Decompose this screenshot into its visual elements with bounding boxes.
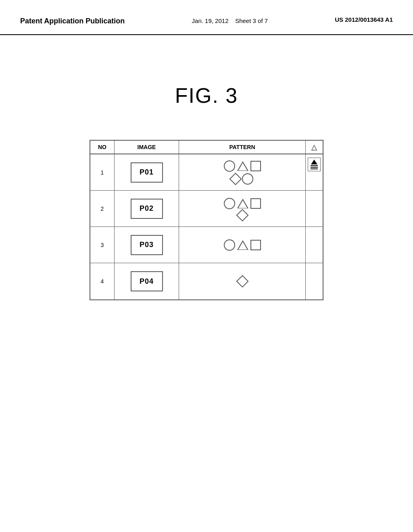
row-4-image: P04 bbox=[115, 263, 179, 299]
diamond-icon bbox=[236, 209, 248, 221]
row-2-image: P02 bbox=[115, 191, 179, 227]
figure-title: FIG. 3 bbox=[0, 83, 413, 108]
row-3-image: P03 bbox=[115, 227, 179, 263]
row-3-no: 3 bbox=[90, 227, 115, 263]
figure-title-text: FIG. 3 bbox=[175, 84, 238, 107]
scroll-up-icon bbox=[311, 160, 317, 164]
pattern-grid-4 bbox=[238, 277, 247, 286]
diamond-icon bbox=[236, 275, 248, 288]
table-header-row: NO IMAGE PATTERN △ bbox=[90, 141, 323, 154]
publication-label: Patent Application Publication bbox=[20, 17, 125, 25]
scroll-line-3 bbox=[311, 168, 318, 169]
pattern-row1-3 bbox=[224, 239, 261, 251]
page-header: Patent Application Publication Jan. 19, … bbox=[0, 0, 413, 35]
pattern-grid-3 bbox=[224, 239, 261, 251]
sheet-info: Sheet 3 of 7 bbox=[235, 17, 268, 24]
square-icon bbox=[250, 198, 261, 209]
scroll-line-2 bbox=[311, 167, 318, 168]
pattern-grid-1 bbox=[224, 160, 261, 185]
square-icon bbox=[250, 240, 261, 250]
row-3-pattern bbox=[179, 227, 306, 263]
image-box-p01: P01 bbox=[131, 162, 163, 183]
image-box-p02: P02 bbox=[131, 199, 163, 219]
triangle-icon bbox=[237, 199, 248, 208]
diamond-icon bbox=[229, 172, 242, 185]
pattern-row1-4 bbox=[238, 277, 247, 286]
triangle-icon bbox=[237, 161, 248, 171]
circle-icon bbox=[224, 198, 235, 209]
pattern-row1-1 bbox=[224, 160, 261, 172]
triangle-icon bbox=[237, 240, 248, 250]
data-table: NO IMAGE PATTERN △ 1 P01 bbox=[90, 140, 323, 300]
row-2-pattern bbox=[179, 191, 306, 227]
square-icon bbox=[250, 161, 261, 171]
col-header-delta: △ bbox=[306, 141, 323, 154]
col-header-image: IMAGE bbox=[115, 141, 179, 154]
pattern-grid-2 bbox=[224, 198, 261, 220]
row-4-delta bbox=[306, 263, 323, 299]
header-center-info: Jan. 19, 2012 Sheet 3 of 7 bbox=[192, 16, 268, 26]
row-1-delta bbox=[306, 154, 323, 190]
publication-date: Jan. 19, 2012 bbox=[192, 17, 229, 24]
image-box-p03: P03 bbox=[131, 235, 163, 255]
row-4-pattern bbox=[179, 263, 306, 299]
row-1-no: 1 bbox=[90, 154, 115, 190]
row-1-pattern bbox=[179, 154, 306, 190]
circle-icon-2 bbox=[242, 173, 253, 185]
image-box-p04: P04 bbox=[131, 271, 163, 291]
row-1-image: P01 bbox=[115, 154, 179, 190]
pattern-row1-2 bbox=[224, 198, 261, 209]
patent-number: US 2012/0013643 A1 bbox=[335, 16, 393, 23]
delta-scrollbar-icon bbox=[308, 158, 321, 171]
table-row: 4 P04 bbox=[90, 263, 323, 299]
row-2-delta bbox=[306, 191, 323, 227]
pattern-row2-1 bbox=[231, 173, 253, 185]
table-row: 2 P02 bbox=[90, 191, 323, 227]
row-3-delta bbox=[306, 227, 323, 263]
table-row: 3 P03 bbox=[90, 227, 323, 263]
col-header-pattern: PATTERN bbox=[179, 141, 306, 154]
row-4-no: 4 bbox=[90, 263, 115, 299]
circle-icon bbox=[224, 239, 235, 251]
row-2-no: 2 bbox=[90, 191, 115, 227]
circle-icon bbox=[224, 160, 235, 172]
header-left-label: Patent Application Publication bbox=[20, 16, 125, 26]
col-header-no: NO bbox=[90, 141, 115, 154]
pattern-row2-2 bbox=[238, 211, 247, 220]
table-row: 1 P01 bbox=[90, 154, 323, 191]
scroll-lines bbox=[311, 165, 318, 169]
scroll-line-1 bbox=[311, 165, 318, 166]
header-right-patent: US 2012/0013643 A1 bbox=[335, 16, 393, 23]
